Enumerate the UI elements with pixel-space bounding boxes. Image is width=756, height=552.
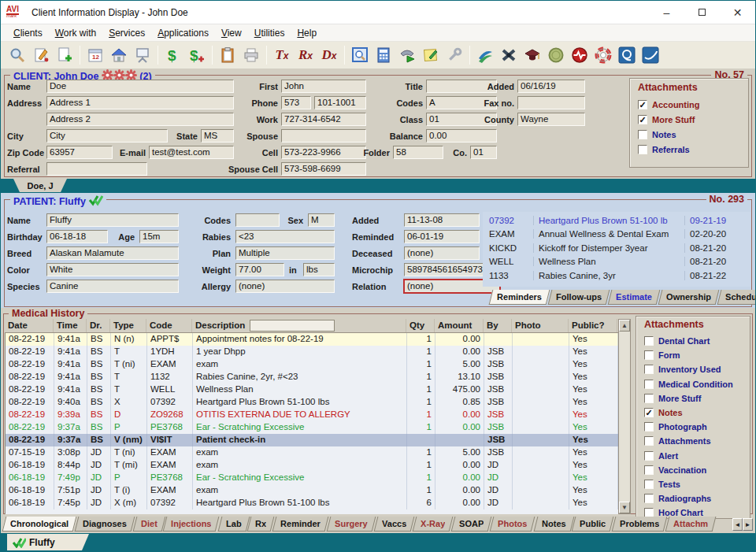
calculator-icon[interactable] — [372, 44, 395, 66]
history-row[interactable]: 08-22-199:41aBST (ni)EXAMexam15.00JSBYes — [6, 358, 618, 371]
tab-photos[interactable]: Photos — [490, 517, 536, 532]
pulse-monitor-icon[interactable] — [568, 44, 591, 66]
patient-plan-field[interactable]: Multiple — [235, 246, 335, 260]
checkbox-unchecked-icon[interactable] — [644, 465, 654, 475]
history-row[interactable]: 08-22-199:37aBSV (nm)VI$ITPatient check-… — [6, 434, 618, 446]
checkbox-unchecked-icon[interactable] — [644, 365, 654, 374]
tab-vaccs[interactable]: Vaccs — [373, 517, 414, 532]
charge-dollar-add-icon[interactable]: $ — [185, 44, 209, 66]
history-search-input[interactable] — [250, 320, 335, 332]
reminder-row[interactable]: 1133Rabies Canine, 3yr08-21-22 — [483, 269, 750, 282]
column-header-qty[interactable]: Qty — [406, 319, 435, 332]
attachment-item-referrals[interactable]: Referrals — [638, 144, 690, 155]
dragonfly-icon[interactable] — [497, 44, 521, 66]
menu-view[interactable]: View — [215, 26, 248, 40]
patient-age-field[interactable]: 15m — [139, 230, 179, 243]
edit-record-icon[interactable] — [29, 44, 53, 66]
menu-work-with[interactable]: Work with — [49, 26, 102, 40]
column-header-amount[interactable]: Amount — [435, 319, 484, 332]
history-row[interactable]: 08-22-199:41aBST1YDH1 year Dhpp10.00JSBY… — [6, 346, 618, 358]
whiteboard-icon[interactable] — [131, 44, 154, 66]
history-row[interactable]: 06-18-197:51pJDT (i)EXAMexam10.00JDYes — [6, 484, 618, 497]
tab-diagnoses[interactable]: Diagnoses — [75, 517, 135, 532]
checkbox-checked-icon[interactable]: ✓ — [644, 408, 654, 417]
menu-applications[interactable]: Applications — [151, 26, 215, 40]
column-header-description[interactable]: Description — [192, 319, 406, 332]
search-icon[interactable] — [6, 44, 29, 66]
checkbox-unchecked-icon[interactable] — [644, 494, 654, 503]
checkbox-unchecked-icon[interactable] — [644, 380, 654, 389]
diagnosis-dx-icon[interactable]: Dx — [317, 44, 341, 66]
reminder-row[interactable]: WELLWellness Plan08-21-20 — [483, 255, 750, 269]
column-header-public[interactable]: Public? — [569, 319, 617, 332]
client-co-field[interactable]: 01 — [470, 146, 497, 159]
tab-ownership[interactable]: Ownership — [658, 290, 719, 305]
history-row[interactable]: 08-22-199:41aBSN (n)APPT$Appointment not… — [6, 333, 618, 346]
patient-allergy-field[interactable]: (none) — [235, 280, 335, 293]
client-spouse-cell-field[interactable]: 573-598-6699 — [281, 162, 366, 176]
maximize-button[interactable] — [684, 1, 720, 24]
tab-chronological[interactable]: Chronological — [2, 517, 77, 532]
preview-window-icon[interactable] — [348, 44, 372, 66]
history-row[interactable]: 08-22-199:37aBSPPE3768Ear - Scratching E… — [6, 421, 618, 434]
tab-soap[interactable]: SOAP — [451, 517, 492, 532]
patient-color-field[interactable]: White — [46, 263, 179, 276]
tab-lab[interactable]: Lab — [217, 517, 249, 532]
attachment-item-vaccination[interactable]: Vaccination — [644, 465, 706, 476]
attachment-item-inventory-used[interactable]: Inventory Used — [644, 364, 721, 375]
checkbox-unchecked-icon[interactable] — [644, 480, 654, 489]
tab-diet[interactable]: Diet — [132, 517, 165, 532]
tab-reminder[interactable]: Reminder — [272, 517, 328, 532]
client-state-field[interactable]: MS — [201, 129, 234, 143]
column-header-by[interactable]: By — [484, 319, 512, 332]
client-work-field[interactable]: 727-314-6542 — [281, 113, 366, 126]
patient-status-tab[interactable]: Fluffy — [7, 534, 89, 550]
client-city-field[interactable]: City — [46, 129, 168, 143]
tab-scroll-left-button[interactable]: ◄ — [732, 518, 743, 531]
attachment-item-dental-chart[interactable]: Dental Chart — [644, 335, 710, 346]
tab-injections[interactable]: Injections — [163, 517, 220, 532]
medical-history-scrollbar[interactable]: ▲ ▼ — [618, 319, 631, 514]
patient-added-field[interactable]: 11-13-08 — [404, 213, 480, 227]
checkbox-unchecked-icon[interactable] — [644, 336, 654, 346]
history-row[interactable]: 06-18-197:49pJDPPE3768Ear - Scratching E… — [6, 472, 618, 484]
lifesaver-support-icon[interactable] — [591, 44, 615, 66]
attachment-item-tests[interactable]: Tests — [644, 479, 680, 490]
client-fax-field[interactable] — [517, 96, 585, 109]
history-row[interactable]: 06-18-197:45pJDX (m)07392Heartgard Plus … — [6, 497, 618, 509]
patient-breed-field[interactable]: Alaskan Malamute — [46, 246, 179, 260]
checkbox-unchecked-icon[interactable] — [644, 350, 654, 360]
history-row[interactable]: 07-15-193:08pJDT (ni)EXAMexam15.00JSBYes — [6, 446, 618, 459]
client-phone-field[interactable]: 101-1001 — [314, 96, 366, 109]
scroll-down-arrow-icon[interactable]: ▼ — [619, 502, 630, 513]
minimize-button[interactable]: – — [649, 1, 684, 24]
menu-help[interactable]: Help — [291, 26, 323, 40]
boarding-home-icon[interactable] — [107, 44, 131, 66]
patient-weight-unit-field[interactable]: lbs — [303, 263, 335, 276]
close-button[interactable]: ✕ — [720, 1, 755, 24]
patient-birthday-field[interactable]: 06-18-18 — [46, 230, 108, 243]
patient-rabies-field[interactable]: <23 — [235, 230, 335, 243]
reminder-row[interactable]: KICKDKickoff for Distemper 3year08-21-20 — [483, 241, 750, 254]
tab-rx[interactable]: Rx — [247, 517, 275, 532]
education-cap-icon[interactable] — [521, 44, 544, 66]
patient-name-field[interactable]: Fluffy — [46, 213, 179, 227]
swoosh-icon[interactable] — [473, 44, 497, 66]
checkbox-checked-icon[interactable]: ✓ — [638, 115, 647, 124]
client-balance-field[interactable]: 0.00 — [426, 129, 497, 143]
reminder-row[interactable]: 07392Heartgard Plus Brown 51-100 lb09-21… — [483, 213, 750, 227]
history-row[interactable]: 08-22-199:40aBSX07392Heartgard Plus Brow… — [6, 396, 618, 409]
tab-public[interactable]: Public — [572, 517, 614, 532]
treatment-tx-icon[interactable]: Tx — [270, 44, 294, 66]
checkbox-unchecked-icon[interactable] — [638, 145, 647, 154]
attachment-item-more-stuff[interactable]: ✓More Stuff — [638, 114, 695, 125]
patient-reminded-field[interactable]: 06-01-19 — [404, 230, 480, 243]
attachment-item-accounting[interactable]: ✓Accounting — [638, 99, 700, 110]
column-header-type[interactable]: Type — [110, 319, 146, 332]
attachment-item-attachments[interactable]: Attachments — [644, 435, 711, 446]
tab-notes[interactable]: Notes — [533, 517, 573, 532]
client-address2-field[interactable]: Address 2 — [46, 113, 234, 126]
sticky-note-icon[interactable] — [419, 44, 443, 66]
checkbox-checked-icon[interactable]: ✓ — [638, 100, 647, 109]
tab-estimate[interactable]: Estimate — [608, 290, 661, 305]
